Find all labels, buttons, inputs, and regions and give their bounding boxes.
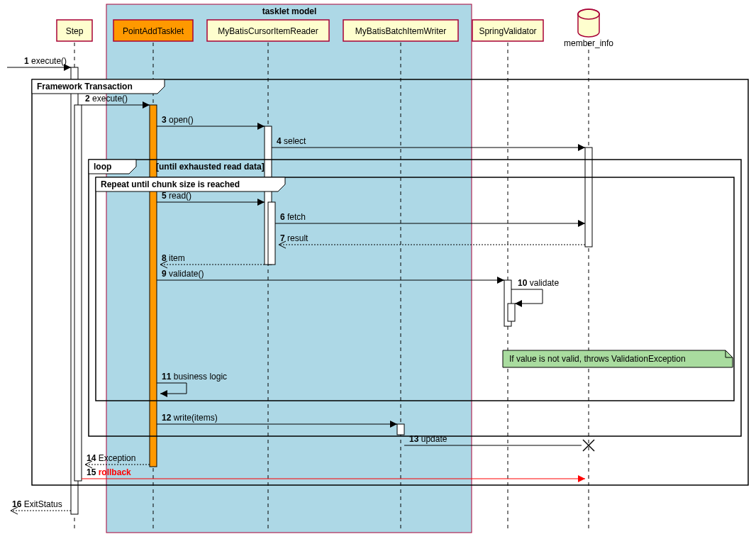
- msg-m12: 12 write(items): [162, 413, 218, 423]
- arrowhead-m6: [578, 220, 585, 227]
- frame-loop-label: loop: [94, 162, 111, 172]
- msg-m14: 14 Exception: [87, 453, 135, 463]
- frame-transaction-label: Framework Transaction: [37, 82, 133, 91]
- msg-m13: 13 update: [409, 434, 448, 444]
- participant-step-label: Step: [66, 26, 84, 36]
- note-text: If value is not valid, throws Validation…: [509, 354, 686, 364]
- activation-validator-inner: [508, 304, 515, 321]
- msg-m15: 15 rollback: [87, 467, 131, 477]
- frame-loop-cond: [until exhausted read data]: [156, 162, 265, 172]
- arrowhead-m9: [497, 277, 504, 284]
- arrowhead-m15: [578, 475, 585, 482]
- msg-m6: 6 fetch: [280, 212, 306, 222]
- arrow-m10: [511, 289, 543, 304]
- activation-step-inner: [74, 105, 82, 481]
- arrowhead-m10: [515, 300, 522, 307]
- msg-m9: 9 validate(): [162, 269, 204, 279]
- participant-db-label: member_info: [564, 38, 613, 48]
- msg-m7: 7 result: [280, 233, 308, 243]
- msg-m16: 16 ExitStatus: [12, 499, 62, 509]
- participant-writer-label: MyBatisBatchItemWriter: [355, 26, 446, 36]
- participant-reader-label: MyBatisCursorItemReader: [218, 26, 318, 36]
- msg-m1: 1 execute(): [24, 56, 67, 66]
- participant-db: [578, 9, 599, 37]
- msg-m5: 5 read(): [162, 191, 191, 201]
- participant-tasklet-label: PointAddTasklet: [123, 26, 184, 36]
- arrowhead-m4: [578, 144, 585, 151]
- frame-repeat-label: Repeat until chunk size is reached: [101, 179, 240, 189]
- msg-m8: 8 item: [162, 253, 185, 263]
- msg-m4: 4 select: [277, 136, 306, 146]
- activation-reader-inner: [268, 202, 275, 265]
- msg-m2: 2 execute(): [85, 94, 128, 104]
- participant-validator-label: SpringValidator: [479, 26, 536, 36]
- msg-m10: 10 validate: [518, 278, 559, 288]
- activation-db1: [585, 148, 592, 247]
- sequence-diagram: tasklet model Step PointAddTasklet MyBat…: [0, 0, 756, 539]
- tasklet-model-title: tasklet model: [262, 6, 317, 16]
- msg-m11: 11 business logic: [162, 372, 227, 382]
- activation-writer: [397, 424, 404, 435]
- msg-m3: 3 open(): [162, 115, 194, 125]
